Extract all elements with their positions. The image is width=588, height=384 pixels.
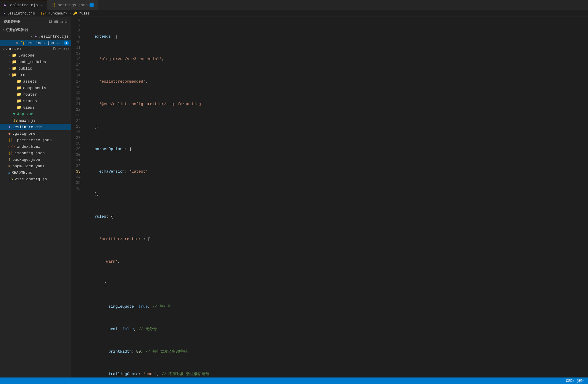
- proj-refresh-icon[interactable]: ↺: [63, 47, 65, 52]
- code-line-12: ecmaVersion: 'latest': [90, 169, 583, 174]
- router-label: router: [23, 92, 37, 97]
- code-token: [90, 79, 99, 84]
- open-editor-settings[interactable]: ✕ {} settings.jso... 1: [0, 40, 71, 46]
- code-token: 'none': [143, 371, 157, 377]
- proj-new-file-icon[interactable]: 🗋: [53, 47, 57, 52]
- open-editors-label[interactable]: ▾ 打开的编辑器: [0, 27, 71, 33]
- breadcrumb-rules[interactable]: rules: [79, 12, 90, 16]
- code-line-8: 'eslint:recommended',: [90, 79, 583, 84]
- code-token: ,: [118, 259, 120, 264]
- code-token: [90, 326, 108, 332]
- code-token: ,: [141, 349, 146, 354]
- router-chevron: ›: [13, 93, 15, 96]
- code-token: '@vue/eslint-config-prettier/skip-format…: [99, 101, 203, 107]
- node-modules-chevron: ›: [8, 60, 10, 64]
- code-token: ecmaVersion: [99, 169, 125, 174]
- sidebar-item-index-html[interactable]: </> index.html: [0, 143, 71, 150]
- ln-31: 31: [71, 158, 81, 163]
- settings-file-icon: {}: [20, 41, 25, 45]
- sidebar-item-eslintrc[interactable]: ● .eslintrc.cjs: [0, 124, 71, 130]
- code-token: :: [131, 349, 136, 354]
- open-editor-eslint[interactable]: ✕ ● .eslintrc.cjs: [0, 33, 71, 40]
- code-token: // 每行宽度至多80字符: [145, 349, 188, 354]
- sidebar-item-public[interactable]: › 📁 public: [0, 65, 71, 72]
- open-editors-section: ▾ 打开的编辑器 ✕ ● .eslintrc.cjs ✕ {} settings…: [0, 27, 71, 46]
- tab-eslint-label: .eslintrc.cjs: [8, 3, 38, 7]
- refresh-icon[interactable]: ↺: [60, 19, 63, 24]
- sidebar-item-pnpm-lock[interactable]: ≡ pnpm-lock.yaml: [0, 163, 71, 169]
- breadcrumb-unknown-icon: [e]: [41, 12, 46, 15]
- sidebar-item-stores[interactable]: › 📁 stores: [0, 98, 71, 104]
- sidebar-item-vite-config[interactable]: JS vite.config.js: [0, 176, 71, 182]
- code-token: : {: [125, 146, 131, 152]
- sidebar-item-vscode[interactable]: › 📁 .vscode: [0, 52, 71, 59]
- ln-36: 36: [71, 186, 81, 191]
- ln-10: 10: [71, 39, 81, 45]
- sidebar: 资源管理器 🗋 🗁 ↺ ⊟ ▾ 打开的编辑器 ✕ ● .eslintrc.cjs…: [0, 17, 71, 377]
- proj-new-folder-icon[interactable]: 🗁: [58, 47, 62, 52]
- code-line-14: rules: {: [90, 214, 583, 219]
- sidebar-item-package-json[interactable]: ! package.json: [0, 156, 71, 163]
- sidebar-item-components[interactable]: › 📁 components: [0, 85, 71, 91]
- collapse-icon[interactable]: ⊟: [65, 19, 68, 24]
- tab-settings[interactable]: {} settings.json 1: [47, 0, 98, 10]
- code-line-18: singleQuote: true, // 单引号: [90, 304, 583, 309]
- breadcrumb-file[interactable]: .eslintrc.cjs: [7, 12, 35, 16]
- ln-15: 15: [71, 68, 81, 73]
- tab-eslint-close[interactable]: ✕: [40, 2, 44, 8]
- gitignore-icon: ◆: [8, 131, 11, 136]
- code-editor[interactable]: 6 7 8 9 10 11 12 13 14 15 16 17 18 19 20…: [71, 17, 588, 377]
- code-token: 'prettier/prettier': [99, 236, 143, 242]
- vite-config-icon: JS: [8, 177, 13, 181]
- code-line-9: '@vue/eslint-config-prettier/skip-format…: [90, 101, 583, 107]
- code-token: :: [118, 326, 123, 332]
- tab-eslint[interactable]: ● .eslintrc.cjs ✕: [0, 0, 47, 10]
- sidebar-item-main-js[interactable]: JS main.js: [0, 117, 71, 124]
- new-folder-icon[interactable]: 🗁: [54, 19, 59, 24]
- ln-25: 25: [71, 124, 81, 129]
- code-line-19: semi: false, // 无分号: [90, 326, 583, 332]
- breadcrumb-sep1: ›: [37, 12, 39, 16]
- app-vue-label: App.vue: [17, 112, 33, 116]
- code-token: [90, 56, 99, 62]
- code-line-21: trailingComma: 'none', // 不加对象|数组最后逗号: [90, 371, 583, 377]
- sidebar-item-src[interactable]: ▾ 📂 src: [0, 72, 71, 78]
- sidebar-item-gitignore[interactable]: ◆ .gitignore: [0, 130, 71, 137]
- close-icon-settings[interactable]: ✕: [16, 41, 18, 45]
- sidebar-item-assets[interactable]: › 📁 assets: [0, 78, 71, 85]
- code-token: 'latest': [129, 169, 148, 174]
- close-icon-eslint[interactable]: ✕: [31, 34, 33, 39]
- code-token: ,: [157, 371, 162, 377]
- views-chevron: ›: [13, 106, 15, 109]
- code-token: [90, 169, 99, 174]
- ln-18: 18: [71, 84, 81, 90]
- sidebar-item-jsconfig[interactable]: {} jsconfig.json: [0, 150, 71, 156]
- src-label: src: [18, 73, 25, 77]
- ln-21: 21: [71, 101, 81, 107]
- code-line-10: ],: [90, 124, 583, 129]
- gitignore-label: .gitignore: [12, 131, 36, 136]
- sidebar-item-router[interactable]: › 📁 router: [0, 91, 71, 98]
- proj-collapse-icon[interactable]: ⊟: [66, 47, 69, 52]
- breadcrumb-sep2: ›: [69, 12, 71, 16]
- ln-11: 11: [71, 45, 81, 51]
- sidebar-item-app-vue[interactable]: ▼ App.vue: [0, 111, 71, 117]
- breadcrumb-unknown[interactable]: <unknown>: [48, 12, 68, 16]
- code-token: parserOptions: [95, 146, 125, 152]
- open-editors-chevron: ▾: [2, 28, 4, 32]
- readme-label: README.md: [12, 171, 32, 175]
- ln-28: 28: [71, 141, 81, 146]
- sidebar-item-node-modules[interactable]: › 📁 node_modules: [0, 59, 71, 65]
- project-root[interactable]: ▾ VUE3-BI... 🗋 🗁 ↺ ⊟: [0, 46, 71, 52]
- node-modules-icon: 📁: [12, 60, 17, 64]
- project-name: VUE3-BI...: [5, 47, 28, 52]
- open-editor-settings-name: settings.jso...: [26, 41, 61, 45]
- code-token: [90, 236, 99, 242]
- breadcrumb: ● .eslintrc.cjs › [e] <unknown> › 🔑 rule…: [0, 10, 588, 17]
- new-file-icon[interactable]: 🗋: [48, 19, 53, 24]
- sidebar-item-views[interactable]: › 📁 views: [0, 104, 71, 111]
- sidebar-item-readme[interactable]: ℹ README.md: [0, 169, 71, 176]
- sidebar-item-prettierrc[interactable]: {} .prettierrc.json: [0, 137, 71, 143]
- tab-bar: ● .eslintrc.cjs ✕ {} settings.json 1: [0, 0, 588, 10]
- ln-19: 19: [71, 90, 81, 96]
